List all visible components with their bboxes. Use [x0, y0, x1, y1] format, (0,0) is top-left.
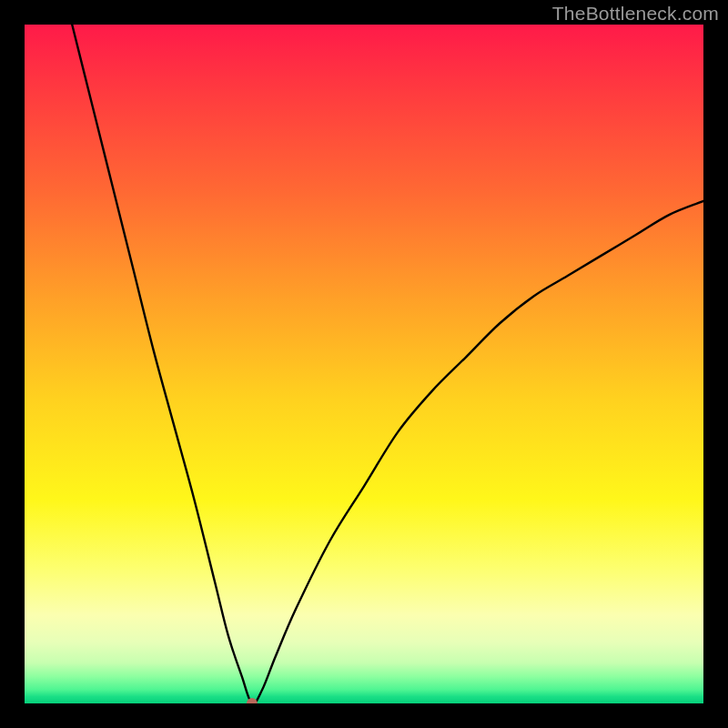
plot-area — [25, 25, 703, 703]
watermark-label: TheBottleneck.com — [552, 3, 719, 25]
chart-frame: TheBottleneck.com — [0, 0, 728, 728]
bottleneck-curve — [25, 25, 703, 703]
